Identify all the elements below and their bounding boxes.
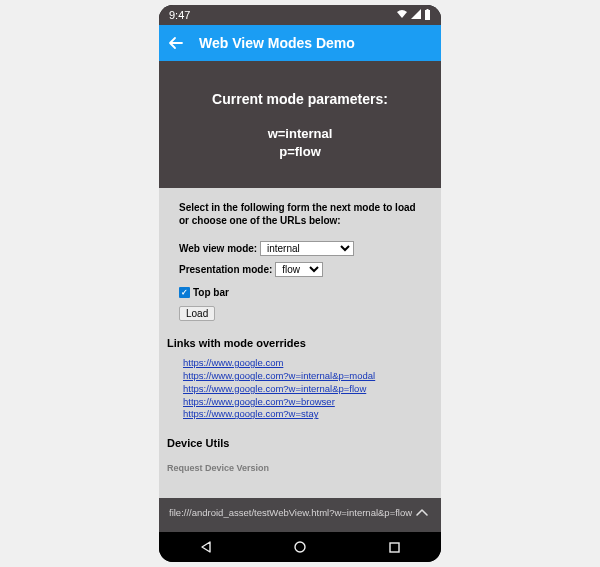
svg-point-2 — [295, 542, 305, 552]
override-link[interactable]: https://www.google.com?w=stay — [183, 408, 421, 421]
app-bar-title: Web View Modes Demo — [199, 35, 355, 51]
override-link[interactable]: https://www.google.com?w=internal&p=moda… — [183, 370, 421, 383]
hero-params: w=internal p=flow — [169, 125, 431, 160]
device-utils-item: Request Device Version — [167, 463, 421, 473]
expand-url-button[interactable] — [413, 504, 431, 522]
page-body: Select in the following form the next mo… — [159, 188, 441, 481]
override-link[interactable]: https://www.google.com?w=internal&p=flow — [183, 383, 421, 396]
status-bar: 9:47 — [159, 5, 441, 25]
battery-icon — [424, 9, 431, 22]
url-bar: file:///android_asset/testWebView.html?w… — [159, 498, 441, 532]
webview-mode-select[interactable]: internal — [260, 241, 354, 256]
device-utils-title: Device Utils — [167, 437, 421, 449]
nav-home-button[interactable] — [270, 541, 330, 553]
phone-frame: 9:47 Web View Modes Demo Current mode pa… — [159, 5, 441, 562]
presentation-mode-label: Presentation mode: — [179, 264, 272, 275]
svg-rect-1 — [427, 9, 429, 10]
form-instruction: Select in the following form the next mo… — [179, 202, 421, 227]
status-time: 9:47 — [169, 9, 190, 21]
link-list: https://www.google.com https://www.googl… — [183, 357, 421, 421]
nav-back-button[interactable] — [176, 540, 236, 554]
topbar-checkbox[interactable]: ✓ — [179, 287, 190, 298]
presentation-mode-row: Presentation mode: flow — [179, 262, 421, 277]
nav-recents-button[interactable] — [364, 542, 424, 553]
override-link[interactable]: https://www.google.com?w=browser — [183, 396, 421, 409]
system-nav-bar — [159, 532, 441, 562]
webview-mode-label: Web view mode: — [179, 243, 257, 254]
presentation-mode-select[interactable]: flow — [275, 262, 323, 277]
back-button[interactable] — [167, 34, 185, 52]
signal-icon — [411, 9, 421, 21]
svg-rect-0 — [425, 10, 430, 20]
hero-panel: Current mode parameters: w=internal p=fl… — [159, 61, 441, 188]
load-button[interactable]: Load — [179, 306, 215, 321]
topbar-label: Top bar — [193, 287, 229, 298]
url-text: file:///android_asset/testWebView.html?w… — [169, 507, 413, 519]
webview-mode-row: Web view mode: internal — [179, 241, 421, 256]
status-icons — [396, 9, 431, 22]
hero-param-p: p=flow — [169, 143, 431, 161]
links-section-title: Links with mode overrides — [167, 337, 421, 349]
svg-rect-3 — [390, 543, 399, 552]
hero-param-w: w=internal — [169, 125, 431, 143]
override-link[interactable]: https://www.google.com — [183, 357, 421, 370]
topbar-row: ✓ Top bar — [179, 287, 421, 298]
app-bar: Web View Modes Demo — [159, 25, 441, 61]
webview-content: Current mode parameters: w=internal p=fl… — [159, 61, 441, 498]
wifi-icon — [396, 9, 408, 21]
hero-title: Current mode parameters: — [169, 91, 431, 107]
